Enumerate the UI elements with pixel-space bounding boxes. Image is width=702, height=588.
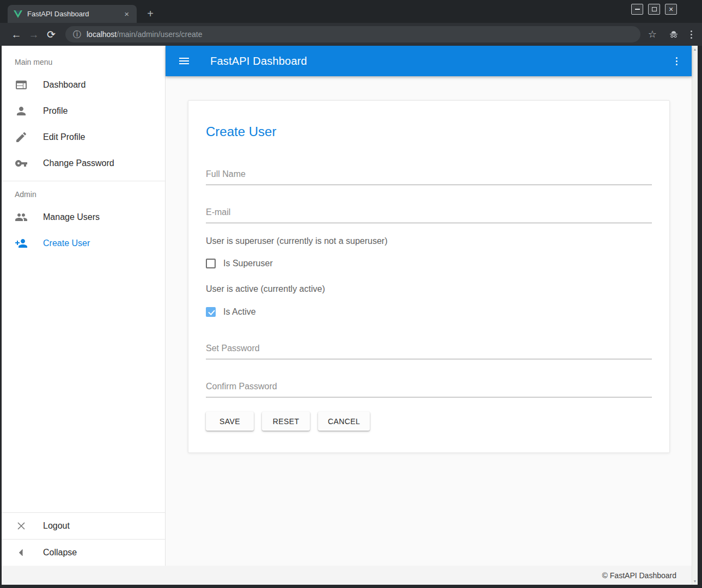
is-superuser-checkbox[interactable]: Is Superuser xyxy=(206,259,652,268)
site-info-icon[interactable]: ⓘ xyxy=(73,29,81,40)
reset-button[interactable]: RESET xyxy=(262,412,310,431)
sidebar-item-logout[interactable]: Logout xyxy=(2,513,165,539)
person-add-icon xyxy=(15,237,28,250)
vue-favicon-icon xyxy=(14,10,22,18)
sidebar-item-label: Logout xyxy=(43,521,70,531)
sidebar-item-change-password[interactable]: Change Password xyxy=(2,150,165,176)
forward-icon[interactable]: → xyxy=(25,29,42,40)
sidebar-item-dashboard[interactable]: Dashboard xyxy=(2,72,165,98)
set-password-field-wrap xyxy=(206,344,652,359)
cancel-button[interactable]: CANCEL xyxy=(318,412,370,431)
person-icon xyxy=(15,105,28,118)
sidebar-item-label: Create User xyxy=(43,238,90,248)
tab-close-icon[interactable]: × xyxy=(122,9,131,19)
card-title: Create User xyxy=(206,124,652,140)
address-bar[interactable]: ⓘ localhost/main/admin/users/create xyxy=(65,26,640,42)
confirm-password-field-wrap xyxy=(206,382,652,397)
url-path: /main/admin/users/create xyxy=(117,30,202,39)
app-title: FastAPI Dashboard xyxy=(210,55,676,68)
window-maximize-button[interactable] xyxy=(648,4,660,15)
appbar-menu-icon[interactable] xyxy=(676,57,677,65)
save-button[interactable]: SAVE xyxy=(206,412,254,431)
incognito-icon xyxy=(668,29,680,40)
sidebar-item-label: Manage Users xyxy=(43,212,100,222)
active-hint: User is active (currently active) xyxy=(206,284,652,295)
pencil-icon xyxy=(15,131,28,144)
scroll-down-icon[interactable]: ▼ xyxy=(693,579,697,583)
footer-copyright: © FastAPI Dashboard xyxy=(602,571,676,580)
url-host: localhost xyxy=(87,30,117,39)
scroll-up-icon[interactable]: ▲ xyxy=(693,47,697,51)
close-x-icon xyxy=(15,519,28,532)
tab-title: FastAPI Dashboard xyxy=(27,10,122,18)
email-field-wrap xyxy=(206,207,652,223)
window-controls: ✕ xyxy=(631,4,677,15)
content-area: Create User User is superuser (currently… xyxy=(166,76,692,566)
checkbox-label: Is Active xyxy=(223,307,256,317)
sidebar-item-label: Collapse xyxy=(43,548,77,558)
bookmark-star-icon[interactable]: ☆ xyxy=(648,29,657,39)
is-active-checkbox[interactable]: Is Active xyxy=(206,307,652,317)
create-user-card: Create User User is superuser (currently… xyxy=(188,100,670,453)
set-password-input[interactable] xyxy=(206,344,652,359)
tab-strip: FastAPI Dashboard × + ✕ xyxy=(0,0,702,23)
sidebar-item-label: Profile xyxy=(43,106,68,116)
email-input[interactable] xyxy=(206,207,652,223)
app-bar: FastAPI Dashboard xyxy=(166,46,692,76)
sidebar-item-profile[interactable]: Profile xyxy=(2,98,165,124)
checkbox-label: Is Superuser xyxy=(223,259,273,268)
window-close-button[interactable]: ✕ xyxy=(665,4,677,15)
browser-tab[interactable]: FastAPI Dashboard × xyxy=(8,5,137,23)
sidebar-item-label: Dashboard xyxy=(43,80,86,90)
key-icon xyxy=(15,157,28,170)
people-icon xyxy=(15,211,28,224)
toolbar-right-icons: ☆ xyxy=(648,29,695,40)
page-scrollbar[interactable]: ▲ ▼ xyxy=(692,46,698,585)
sidebar-item-label: Change Password xyxy=(43,158,114,168)
full-name-input[interactable] xyxy=(206,169,652,185)
reload-icon[interactable]: ⟳ xyxy=(42,29,60,40)
sidebar-section-admin: Admin xyxy=(2,181,165,204)
superuser-hint: User is superuser (currently is not a su… xyxy=(206,236,652,247)
chevron-left-icon xyxy=(15,546,28,559)
browser-menu-icon[interactable] xyxy=(691,30,692,39)
dashboard-icon xyxy=(15,78,28,91)
checkbox-checked-icon[interactable] xyxy=(206,307,216,317)
form-buttons: SAVE RESET CANCEL xyxy=(206,412,652,431)
sidebar-item-label: Edit Profile xyxy=(43,132,85,142)
full-name-field-wrap xyxy=(206,169,652,185)
new-tab-button[interactable]: + xyxy=(143,6,158,21)
sidebar-item-create-user[interactable]: Create User xyxy=(2,230,165,256)
sidebar-item-collapse[interactable]: Collapse xyxy=(2,540,165,566)
browser-toolbar: ← → ⟳ ⓘ localhost/main/admin/users/creat… xyxy=(0,23,702,46)
confirm-password-input[interactable] xyxy=(206,382,652,397)
sidebar-item-edit-profile[interactable]: Edit Profile xyxy=(2,124,165,150)
main-content: FastAPI Dashboard Create User User is su… xyxy=(166,46,692,566)
hamburger-menu-icon[interactable] xyxy=(179,56,192,66)
sidebar: Main menu Dashboard Profile Edit Profile… xyxy=(2,46,166,566)
sidebar-item-manage-users[interactable]: Manage Users xyxy=(2,204,165,230)
browser-chrome: FastAPI Dashboard × + ✕ ← → ⟳ ⓘ localhos… xyxy=(0,0,702,46)
page: Main menu Dashboard Profile Edit Profile… xyxy=(2,46,698,585)
sidebar-section-main-menu: Main menu xyxy=(2,46,165,72)
window-minimize-button[interactable] xyxy=(631,4,643,15)
page-footer: © FastAPI Dashboard xyxy=(2,566,692,585)
back-icon[interactable]: ← xyxy=(8,29,25,40)
checkbox-unchecked-icon[interactable] xyxy=(206,259,216,268)
